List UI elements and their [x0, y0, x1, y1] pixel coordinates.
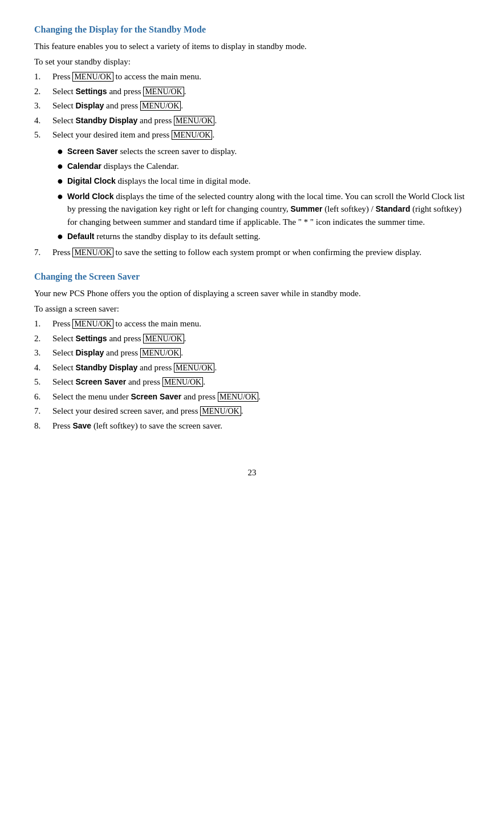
menu-ok-badge: MENU/OK [72, 72, 113, 82]
menu-ok-badge: MENU/OK [174, 116, 214, 126]
menu-ok-badge: MENU/OK [140, 101, 181, 111]
list-item: 3. Select Display and press MENU/OK. [34, 346, 470, 359]
list-item: 1. Press MENU/OK to access the main menu… [34, 317, 470, 330]
section2-intro1: Your new PCS Phone offers you the option… [34, 287, 470, 300]
list-item: 8. Press Save (left softkey) to save the… [34, 419, 470, 433]
list-item: 4. Select Standby Display and press MENU… [34, 114, 470, 127]
section1-steps: 1. Press MENU/OK to access the main menu… [34, 70, 470, 142]
menu-ok-badge: MENU/OK [162, 377, 203, 387]
list-item: ● World Clock displays the time of the s… [57, 190, 470, 229]
list-item: 4. Select Standby Display and press MENU… [34, 361, 470, 374]
section1-intro1: This feature enables you to select a var… [34, 40, 470, 53]
list-item: 2. Select Settings and press MENU/OK. [34, 85, 470, 98]
list-item: 6. Select the menu under Screen Saver an… [34, 390, 470, 403]
section1-title: Changing the Display for the Standby Mod… [34, 23, 470, 37]
list-item: ● Default returns the standby display to… [57, 230, 470, 243]
menu-ok-badge: MENU/OK [200, 406, 241, 416]
section2-steps: 1. Press MENU/OK to access the main menu… [34, 317, 470, 432]
menu-ok-badge: MENU/OK [72, 248, 113, 257]
section2: Changing the Screen Saver Your new PCS P… [34, 270, 470, 432]
list-item: ● Screen Saver selects the screen saver … [57, 145, 470, 158]
menu-ok-badge: MENU/OK [218, 392, 258, 402]
section1: Changing the Display for the Standby Mod… [34, 23, 470, 258]
section1-intro2: To set your standby display: [34, 55, 470, 68]
list-item: ● Calendar displays the Calendar. [57, 160, 470, 173]
menu-ok-badge: MENU/OK [143, 87, 184, 96]
section1-bullets: ● Screen Saver selects the screen saver … [57, 145, 470, 244]
section1-step7: 7. Press MENU/OK to save the setting to … [34, 246, 470, 259]
page-number: 23 [34, 466, 470, 479]
list-item: 2. Select Settings and press MENU/OK. [34, 332, 470, 345]
list-item: 7. Select your desired screen saver, and… [34, 405, 470, 418]
menu-ok-badge: MENU/OK [143, 334, 184, 344]
menu-ok-badge: MENU/OK [140, 348, 181, 358]
menu-ok-badge: MENU/OK [172, 130, 212, 140]
list-item: 1. Press MENU/OK to access the main menu… [34, 70, 470, 83]
list-item: 5. Select Screen Saver and press MENU/OK… [34, 375, 470, 389]
section2-intro2: To assign a screen saver: [34, 302, 470, 316]
list-item: 7. Press MENU/OK to save the setting to … [34, 246, 470, 259]
section2-title: Changing the Screen Saver [34, 270, 470, 284]
menu-ok-badge: MENU/OK [174, 363, 214, 373]
list-item: ● Digital Clock displays the local time … [57, 175, 470, 188]
menu-ok-badge: MENU/OK [72, 319, 113, 329]
list-item: 5. Select your desired item and press ME… [34, 128, 470, 142]
list-item: 3. Select Display and press MENU/OK. [34, 99, 470, 112]
